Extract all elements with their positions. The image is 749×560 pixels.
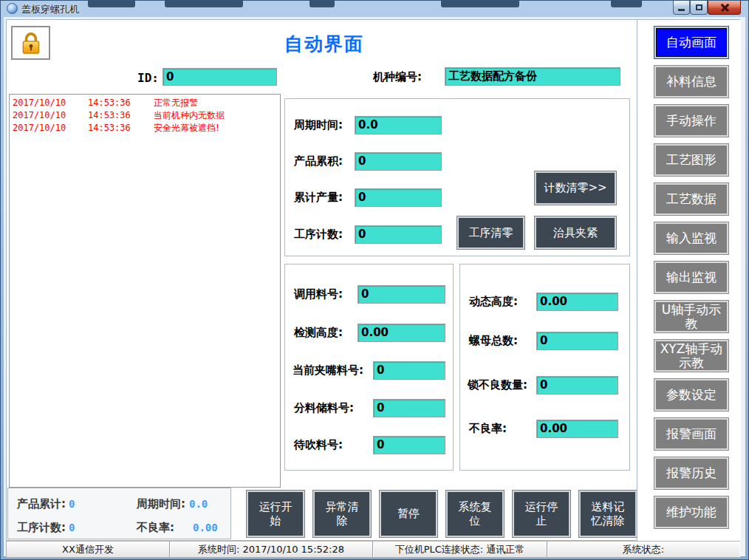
- maximize-button[interactable]: [690, 1, 708, 15]
- summary-product-accum-value: 0: [69, 498, 75, 510]
- total-output-label: 累计产量:: [294, 191, 343, 205]
- lock-icon: [18, 30, 44, 56]
- detect-height-label: 检测高度:: [294, 326, 343, 340]
- alarm-message: 当前机种内无数据: [154, 109, 225, 122]
- summary-process-count-label: 工序计数:: [17, 521, 66, 535]
- counter-panel: 周期时间: 0.0 产品累积: 0 累计产量: 0 工序计数: 0 计数清零>>…: [284, 98, 630, 256]
- system-reset-button[interactable]: 系统复位: [446, 491, 504, 537]
- statusbar-plc-status: 下位机PLC连接状态: 通讯正常: [373, 542, 547, 557]
- id-field[interactable]: 0: [163, 68, 277, 86]
- summary-process-count-value: 0: [69, 522, 75, 533]
- summary-panel: 产品累计: 0 周期时间: 0.0 工序计数: 0 不良率: 0.00: [7, 488, 231, 539]
- lock-defect-count-field: 0: [536, 376, 618, 395]
- close-button[interactable]: [708, 1, 741, 15]
- glass-reflection: [441, 1, 519, 7]
- alarm-row: 2017/10/10 14:53:36 当前机种内无数据: [10, 109, 280, 122]
- alarm-time: 14:53:36: [88, 97, 154, 109]
- sidebar-item-parameter-setting[interactable]: 参数设定: [654, 379, 728, 411]
- quality-panel: 动态高度: 0.00 螺母总数: 0 锁不良数量: 0 不良率: 0.00: [459, 264, 630, 471]
- main-workspace: 自动界面 ID: 0 机种编号: 工艺数据配方备份 2017/10/10 14:…: [6, 19, 740, 541]
- alarm-row: 2017/10/10 14:53:36 安全光幕被遮挡!: [10, 122, 280, 134]
- alarm-message: 安全光幕被遮挡!: [154, 122, 219, 134]
- process-clear-button[interactable]: 工序清零: [457, 216, 524, 249]
- detect-height-field: 0.00: [358, 324, 445, 342]
- fixture-clamp-button[interactable]: 治具夹紧: [535, 216, 616, 249]
- sidebar-item-auto-screen[interactable]: 自动画面: [654, 27, 728, 58]
- alarm-date: 2017/10/10: [13, 122, 88, 134]
- window-title: 盖板穿螺孔机: [21, 3, 79, 16]
- app-icon: [7, 3, 18, 14]
- process-count-label: 工序计数:: [294, 228, 343, 242]
- sidebar-item-u-axis-teach[interactable]: U轴手动示教: [654, 301, 728, 332]
- statusbar-company: XX通信开发: [7, 542, 170, 557]
- sidebar-item-output-monitor[interactable]: 输出监视: [654, 262, 728, 293]
- window-controls: [673, 1, 741, 15]
- minimize-icon: [678, 9, 685, 11]
- sidebar-item-maintenance[interactable]: 维护功能: [654, 496, 728, 528]
- material-panel: 调用料号: 0 检测高度: 0.00 当前夹嘴料号: 0 分料储料号: 0 待吹…: [284, 264, 454, 471]
- glass-reflection: [309, 1, 335, 7]
- defect-rate-label: 不良率:: [469, 422, 507, 436]
- run-stop-button[interactable]: 运行停止: [513, 491, 570, 537]
- pause-button[interactable]: 暂停: [380, 491, 437, 537]
- sidebar-item-alarm-screen[interactable]: 报警画面: [654, 418, 728, 450]
- alarm-time: 14:53:36: [88, 122, 154, 134]
- sidebar-item-manual-operation[interactable]: 手动操作: [654, 105, 728, 137]
- sidebar-item-process-data[interactable]: 工艺数据: [654, 183, 728, 215]
- id-label: ID:: [117, 71, 159, 85]
- total-output-field: 0: [355, 188, 442, 207]
- product-accum-field: 0: [355, 152, 442, 171]
- summary-product-accum-label: 产品累计:: [17, 497, 66, 511]
- sidebar: 自动画面 补料信息 手动操作 工艺图形 工艺数据 输入监视 输出监视 U轴手动示…: [637, 20, 741, 542]
- sidebar-item-alarm-history[interactable]: 报警历史: [654, 457, 728, 489]
- cycle-time-label: 周期时间:: [294, 118, 343, 132]
- nut-total-label: 螺母总数:: [469, 334, 518, 348]
- minimize-button[interactable]: [673, 1, 690, 15]
- alarm-row: 2017/10/10 14:53:36 正常无报警: [10, 97, 280, 109]
- summary-defect-rate-label: 不良率:: [137, 521, 174, 535]
- sidebar-item-process-graphic[interactable]: 工艺图形: [654, 144, 728, 176]
- alarm-time: 14:53:36: [88, 109, 154, 122]
- page-title: 自动界面: [221, 32, 428, 56]
- sidebar-item-input-monitor[interactable]: 输入监视: [654, 222, 728, 254]
- lock-button[interactable]: [11, 26, 50, 60]
- call-material-field: 0: [358, 285, 445, 304]
- error-clear-button[interactable]: 异常清除: [313, 491, 371, 537]
- glass-reflection: [611, 1, 642, 7]
- blow-material-label: 待吹料号:: [294, 438, 343, 452]
- maximize-icon: [696, 4, 702, 10]
- alarm-date: 2017/10/10: [13, 109, 88, 122]
- defect-rate-field: 0.00: [536, 420, 618, 438]
- call-material-label: 调用料号:: [294, 287, 343, 301]
- sidebar-item-xyz-axis-teach[interactable]: XYZ轴手动示教: [654, 340, 728, 372]
- dynamic-height-label: 动态高度:: [469, 295, 518, 309]
- alarm-message: 正常无报警: [154, 97, 198, 109]
- statusbar-system-time: 系统时间: 2017/10/10 15:52:28: [170, 542, 373, 557]
- current-clamp-material-label: 当前夹嘴料号:: [293, 363, 363, 378]
- sidebar-item-refill-info[interactable]: 补料信息: [654, 66, 728, 98]
- nut-total-field: 0: [536, 332, 618, 350]
- count-clear-button[interactable]: 计数清零>>: [535, 171, 616, 205]
- blow-material-field: 0: [373, 436, 445, 454]
- feed-memory-clear-button[interactable]: 送料记忆清除: [579, 491, 637, 537]
- summary-defect-rate-value: 0.00: [193, 522, 218, 533]
- model-number-label: 机种编号:: [373, 70, 422, 84]
- titlebar: 盖板穿螺孔机: [1, 1, 748, 17]
- summary-cycle-time-label: 周期时间:: [137, 497, 185, 511]
- app-window: 盖板穿螺孔机 自动界面 ID: 0: [0, 0, 749, 560]
- statusbar-system-status: 系统状态:: [547, 542, 739, 557]
- alarm-list[interactable]: 2017/10/10 14:53:36 正常无报警 2017/10/10 14:…: [9, 94, 281, 488]
- model-number-field[interactable]: 工艺数据配方备份: [445, 67, 620, 86]
- client-area: 自动界面 ID: 0 机种编号: 工艺数据配方备份 2017/10/10 14:…: [4, 17, 745, 556]
- glass-reflection: [165, 1, 243, 7]
- current-clamp-material-field: 0: [373, 361, 445, 380]
- cycle-time-field: 0.0: [355, 116, 442, 134]
- dynamic-height-field: 0.00: [536, 293, 618, 311]
- summary-cycle-time-value: 0.0: [189, 498, 208, 510]
- run-start-button[interactable]: 运行开始: [247, 491, 304, 537]
- material-storage-field: 0: [373, 399, 445, 417]
- product-accum-label: 产品累积:: [294, 154, 343, 168]
- alarm-date: 2017/10/10: [13, 97, 88, 109]
- material-storage-label: 分料储料号:: [294, 401, 354, 415]
- process-count-field: 0: [355, 225, 442, 244]
